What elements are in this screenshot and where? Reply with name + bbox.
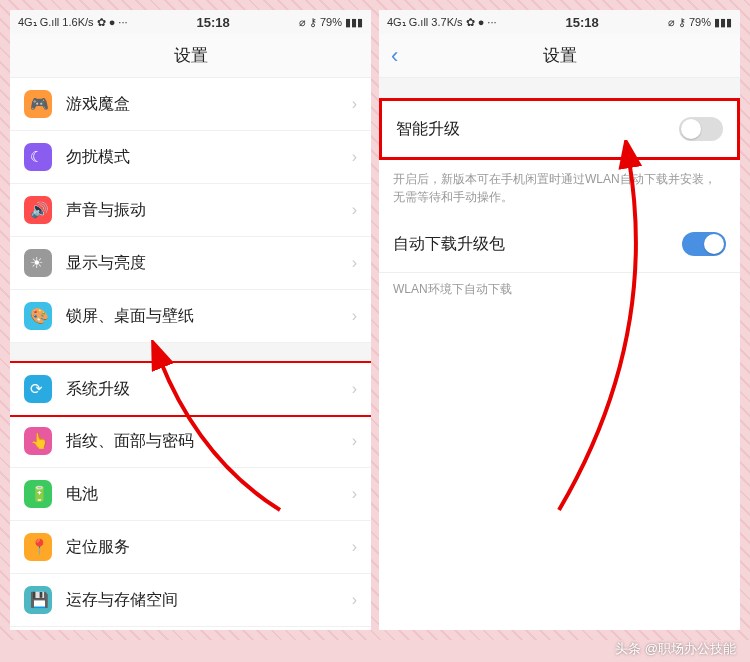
chevron-right-icon: › — [352, 201, 357, 219]
chevron-right-icon: › — [352, 254, 357, 272]
toggle-smart-upgrade[interactable] — [679, 117, 723, 141]
chevron-right-icon: › — [352, 591, 357, 609]
moon-icon: ☾ — [24, 143, 52, 171]
page-title: 设置 — [543, 44, 577, 67]
phone-left: 4G₁ G.ıll 1.6K/s ✿ ● ··· 15:18 ⌀ ⚷ 79% ▮… — [10, 10, 371, 630]
status-time: 15:18 — [197, 15, 230, 30]
row-label: 显示与亮度 — [66, 253, 352, 274]
row-label: 勿扰模式 — [66, 147, 352, 168]
gamepad-icon: 🎮 — [24, 90, 52, 118]
chevron-right-icon: › — [352, 538, 357, 556]
chevron-right-icon: › — [352, 95, 357, 113]
settings-list: 🎮 游戏魔盒 › ☾ 勿扰模式 › 🔊 声音与振动 › ☀ 显示与亮度 › 🎨 — [10, 78, 371, 630]
location-icon: 📍 — [24, 533, 52, 561]
row-label: 定位服务 — [66, 537, 352, 558]
status-left: 4G₁ G.ıll 1.6K/s ✿ ● ··· — [18, 16, 128, 29]
status-right: ⌀ ⚷ 79% ▮▮▮ — [668, 16, 732, 29]
titlebar: 设置 — [10, 34, 371, 78]
page-title: 设置 — [174, 44, 208, 67]
row-display[interactable]: ☀ 显示与亮度 › — [10, 237, 371, 290]
chevron-right-icon: › — [352, 380, 357, 398]
row-location[interactable]: 📍 定位服务 › — [10, 521, 371, 574]
section-gap — [10, 343, 371, 363]
row-label: 指纹、面部与密码 — [66, 431, 352, 452]
brightness-icon: ☀ — [24, 249, 52, 277]
row-storage[interactable]: 💾 运存与存储空间 › — [10, 574, 371, 627]
row-label: 游戏魔盒 — [66, 94, 352, 115]
update-icon: ⟳ — [24, 375, 52, 403]
status-time: 15:18 — [566, 15, 599, 30]
speaker-icon: 🔊 — [24, 196, 52, 224]
auto-download-sub: WLAN环境下自动下载 — [379, 273, 740, 306]
titlebar: ‹ 设置 — [379, 34, 740, 78]
row-dnd[interactable]: ☾ 勿扰模式 › — [10, 131, 371, 184]
row-label: 电池 — [66, 484, 352, 505]
row-label: 运存与存储空间 — [66, 590, 352, 611]
watermark: 头条 @职场办公技能 — [615, 640, 736, 658]
row-label: 自动下载升级包 — [393, 234, 505, 255]
chevron-right-icon: › — [352, 485, 357, 503]
row-auto-download[interactable]: 自动下载升级包 — [379, 216, 740, 273]
row-smart-upgrade[interactable]: 智能升级 — [379, 98, 740, 160]
row-sound[interactable]: 🔊 声音与振动 › — [10, 184, 371, 237]
battery-icon: 🔋 — [24, 480, 52, 508]
storage-icon: 💾 — [24, 586, 52, 614]
section-gap — [379, 78, 740, 98]
fingerprint-icon: 👆 — [24, 427, 52, 455]
row-game[interactable]: 🎮 游戏魔盒 › — [10, 78, 371, 131]
smart-upgrade-desc: 开启后，新版本可在手机闲置时通过WLAN自动下载并安装，无需等待和手动操作。 — [379, 160, 740, 216]
row-lockscreen[interactable]: 🎨 锁屏、桌面与壁纸 › — [10, 290, 371, 343]
status-right: ⌀ ⚷ 79% ▮▮▮ — [299, 16, 363, 29]
chevron-right-icon: › — [352, 307, 357, 325]
row-battery[interactable]: 🔋 电池 › — [10, 468, 371, 521]
row-system-update[interactable]: ⟳ 系统升级 › — [10, 361, 371, 417]
status-bar: 4G₁ G.ıll 3.7K/s ✿ ● ··· 15:18 ⌀ ⚷ 79% ▮… — [379, 10, 740, 34]
row-label: 系统升级 — [66, 379, 352, 400]
row-label: 声音与振动 — [66, 200, 352, 221]
phone-right: 4G₁ G.ıll 3.7K/s ✿ ● ··· 15:18 ⌀ ⚷ 79% ▮… — [379, 10, 740, 630]
row-biometric[interactable]: 👆 指纹、面部与密码 › — [10, 415, 371, 468]
status-bar: 4G₁ G.ıll 1.6K/s ✿ ● ··· 15:18 ⌀ ⚷ 79% ▮… — [10, 10, 371, 34]
row-label: 智能升级 — [396, 119, 460, 140]
chevron-right-icon: › — [352, 432, 357, 450]
chevron-right-icon: › — [352, 148, 357, 166]
palette-icon: 🎨 — [24, 302, 52, 330]
toggle-auto-download[interactable] — [682, 232, 726, 256]
status-left: 4G₁ G.ıll 3.7K/s ✿ ● ··· — [387, 16, 497, 29]
row-more[interactable]: ⚙ 更多设置 › — [10, 627, 371, 630]
back-button[interactable]: ‹ — [391, 43, 398, 69]
row-label: 锁屏、桌面与壁纸 — [66, 306, 352, 327]
